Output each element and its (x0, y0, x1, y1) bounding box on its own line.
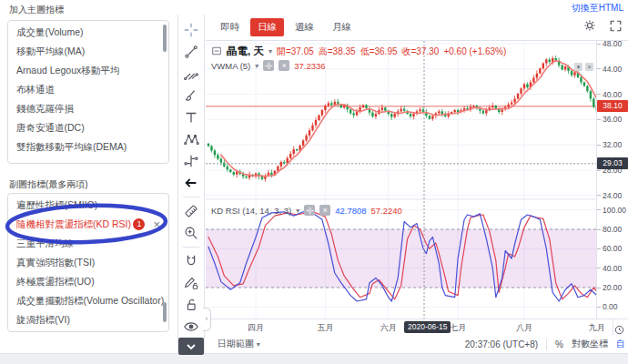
price-tick-label: 44.00 (597, 65, 622, 74)
percent-scale-toggle[interactable]: % (555, 339, 563, 349)
sidebar-main-item-1[interactable]: 移動平均線(MA) (8, 42, 168, 61)
switch-to-html-link[interactable]: 切換至HTML (572, 2, 623, 15)
sidebar-main-item-4[interactable]: 錢德克羅停損 (8, 99, 168, 118)
sidebar-main-item-2[interactable]: Arnaud Legoux移動平均 (8, 61, 168, 80)
month-label[interactable]: 四月 (248, 322, 264, 334)
drawing-toolbar (177, 15, 205, 355)
sidebar-sub-item-5[interactable]: 成交量擺動指標(Volume Oscillator) (8, 291, 168, 310)
vwma-remove-icon[interactable]: × (279, 60, 289, 71)
draw-lock-tool-icon[interactable] (180, 272, 202, 294)
ohlc-low: 低=36.95 (360, 46, 398, 58)
osc-tick-label: 20.00 (597, 283, 622, 292)
price-axis[interactable]: 48.0044.0040.0036.0032.0028.0024.00100.0… (596, 41, 628, 318)
sidebar-item-kdrsi[interactable]: 隨機相對震盪指標(KD RSI)1× (8, 215, 168, 234)
kdrsi-item-label: 隨機相對震盪指標(KD RSI) (16, 215, 131, 234)
sub-indicators-title: 副圖指標(最多兩項) (9, 178, 88, 191)
fullscreen-icon[interactable] (609, 19, 623, 36)
lock-tool-icon[interactable] (180, 294, 202, 316)
main-panel-scrollbar[interactable] (163, 25, 167, 52)
kdrsi-settings-gear-icon[interactable] (304, 205, 315, 216)
price-tick-label: 40.00 (597, 90, 622, 99)
sidebar-main-item-0[interactable]: 成交量(Volume) (8, 23, 168, 42)
interval-button-2[interactable]: 週線 (288, 18, 321, 36)
price-tick-label: 24.00 (597, 191, 622, 200)
interval-button-3[interactable]: 月線 (325, 18, 359, 36)
indicator-sidebar: 加入主圖指標 成交量(Volume)移動平均線(MA)Arnaud Legoux… (0, 0, 177, 353)
sidebar-sub-item-4[interactable]: 終極震盪指標(UO) (8, 272, 168, 291)
sidebar-main-item-6[interactable]: 雙指數移動平均線(DEMA) (8, 137, 168, 157)
kdrsi-d-value: 57.2240 (371, 206, 402, 216)
ohlc-high: 高=38.35 (319, 46, 356, 58)
month-label[interactable]: 六月 (380, 322, 397, 334)
kdrsi-label[interactable]: KD RSI (14, 14, 3, 3) (211, 206, 291, 216)
ohlc-change: +0.60 (+1.63%) (443, 46, 506, 56)
sidebar-main-item-5[interactable]: 唐奇安通道(DC) (8, 118, 168, 137)
interval-button-1[interactable]: 日線 (250, 18, 284, 36)
zoom-in-tool-icon[interactable] (180, 222, 202, 244)
symbol-menu-icon[interactable] (211, 46, 222, 58)
sidebar-main-item-3[interactable]: 布林通道 (8, 80, 168, 99)
vwma-caret-icon[interactable]: ▾ (255, 62, 258, 70)
symbol-name[interactable]: 晶電, 天 (227, 45, 264, 58)
month-label[interactable]: 五月 (317, 322, 333, 334)
pane-maximize-icon[interactable]: × (585, 63, 593, 71)
collapse-toolbar-button[interactable] (178, 338, 204, 355)
date-range-selector[interactable]: 日期範圍 ▾ (218, 338, 260, 350)
time-axis[interactable]: 四月五月六月七月八月九月2020-06-15 (206, 318, 628, 335)
bottom-bar-divider (546, 339, 547, 350)
clock-time[interactable]: 20:37:06 (UTC+8) (465, 339, 538, 349)
text-tool-icon[interactable] (180, 106, 202, 128)
main-indicators-title: 加入主圖指標 (9, 4, 64, 16)
chevron-down-icon (185, 342, 198, 351)
vwma-settings-gear-icon[interactable] (263, 60, 274, 71)
month-label[interactable]: 七月 (450, 322, 466, 334)
osc-tick-label: 80.00 (597, 225, 622, 234)
kdrsi-k-value: 42.7808 (335, 206, 366, 216)
chart-area[interactable]: 晶電, 天 ▾ 開=37.05 高=38.35 低=36.95 收=37.30 … (206, 41, 596, 318)
osc-tick-label: 100.00 (597, 206, 626, 215)
sidebar-sub-item-2[interactable]: 三重平滑均線 (8, 234, 168, 253)
sidebar-sub-item-3[interactable]: 真實強弱指數(TSI) (8, 253, 168, 272)
price-tick-label: 48.00 (597, 39, 622, 48)
interval-toolbar: 即時日線週線月線 (206, 15, 628, 41)
ohlc-close: 收=37.30 (402, 46, 440, 58)
top-strip: 切換至HTML (177, 0, 628, 15)
interval-button-0[interactable]: 即時 (213, 18, 247, 36)
bottom-gray-strip (0, 353, 628, 364)
kdrsi-caret-icon[interactable]: ▾ (296, 207, 299, 215)
kdrsi-remove-icon[interactable]: × (153, 218, 160, 230)
xabcd-pattern-tool-icon[interactable] (180, 128, 202, 150)
log-scale-toggle[interactable]: 對數坐標 (572, 338, 608, 350)
symbol-caret-icon[interactable]: ▾ (268, 47, 272, 56)
sidebar-sub-item-6[interactable]: 旋渦指標(VI) (8, 310, 168, 329)
main-indicators-panel: 成交量(Volume)移動平均線(MA)Arnaud Legoux移動平均布林通… (7, 20, 169, 164)
hide-panel-arrow-icon[interactable] (180, 172, 202, 194)
month-label[interactable]: 八月 (516, 322, 532, 334)
month-label[interactable]: 九月 (589, 322, 605, 334)
chart-settings-gear-icon[interactable] (582, 18, 597, 36)
last-price-label: 38.10 (597, 100, 628, 112)
sidebar-sub-item-0[interactable]: 遍歷性指標(SMIIO) (8, 196, 168, 215)
brush-tool-icon[interactable] (180, 85, 202, 106)
price-kd-chart (206, 41, 596, 318)
sub-panel-scrollbar[interactable] (163, 302, 167, 322)
crosshair-tool-icon[interactable] (180, 19, 202, 41)
pane-collapse-icon[interactable]: ▾ (574, 63, 582, 71)
magnet-tool-icon[interactable] (180, 250, 202, 272)
crosshair-date-badge: 2020-06-15 (404, 321, 451, 333)
sub-indicators-panel: 遍歷性指標(SMIIO)隨機相對震盪指標(KD RSI)1×三重平滑均線真實強弱… (7, 193, 169, 332)
osc-tick-label: 40.00 (597, 264, 622, 273)
vwma-label[interactable]: VWMA (5) (211, 61, 250, 71)
forecast-tool-icon[interactable] (180, 150, 202, 172)
osc-tick-label: 0.00 (597, 302, 618, 311)
visibility-eye-icon[interactable] (180, 316, 202, 338)
ruler-tool-icon[interactable] (180, 200, 202, 222)
osc-tick-label: 60.00 (597, 244, 622, 253)
price-tick-label: 32.00 (597, 140, 622, 149)
sidebar-collapse-tab[interactable]: ‹ (203, 308, 211, 331)
kdrsi-remove-icon[interactable]: × (319, 205, 330, 216)
price-tick-label: 36.00 (597, 115, 622, 124)
trendline-tool-icon[interactable] (180, 41, 202, 63)
auto-scale-toggle[interactable]: 自 (616, 338, 625, 350)
pitchfork-tool-icon[interactable] (180, 63, 202, 85)
